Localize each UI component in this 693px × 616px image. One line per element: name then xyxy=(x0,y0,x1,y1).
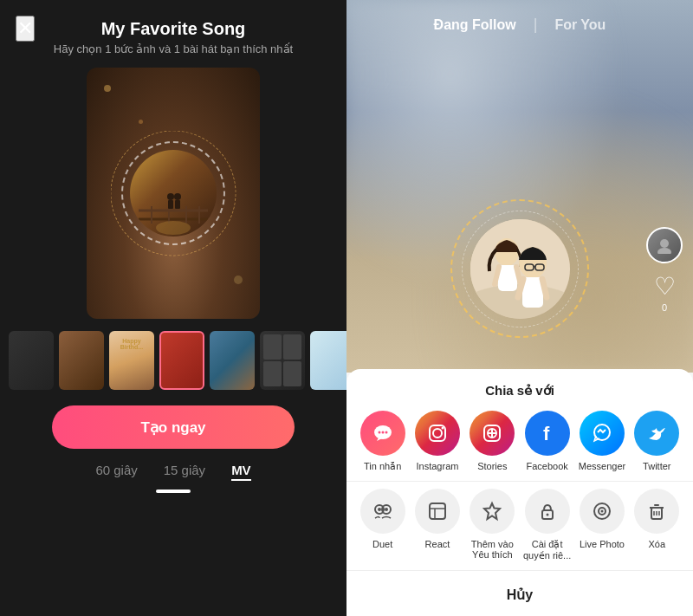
svg-line-20 xyxy=(542,279,547,297)
bokeh-1 xyxy=(104,85,111,92)
svg-point-41 xyxy=(378,508,381,511)
bottom-indicator xyxy=(156,490,191,493)
nav-divider: | xyxy=(534,16,538,34)
couple-photo xyxy=(470,219,570,319)
nav-tab-for-you[interactable]: For You xyxy=(554,17,606,33)
svg-point-29 xyxy=(381,431,384,434)
thumb-5-cell-1 xyxy=(263,334,282,360)
main-image-container xyxy=(87,68,260,319)
svg-point-10 xyxy=(156,221,191,235)
video-content xyxy=(450,199,589,338)
share-item-privacy[interactable]: Cài đặtquyền riê... xyxy=(523,489,572,561)
share-item-live-photo[interactable]: Live Photo xyxy=(578,489,626,561)
duet-svg xyxy=(372,500,394,522)
stories-label: Stories xyxy=(477,461,507,471)
center-photo xyxy=(130,150,217,237)
heart-count: 0 xyxy=(662,302,667,313)
couple-illustration xyxy=(470,219,570,319)
thumb-2[interactable]: HappyBirthd... xyxy=(109,331,154,390)
svg-point-28 xyxy=(378,431,380,434)
favorite-icon xyxy=(470,489,515,534)
duration-tab-60[interactable]: 60 giây xyxy=(95,463,137,481)
share-item-delete[interactable]: Xóa xyxy=(632,489,681,561)
side-heart-button[interactable]: ♡ 0 xyxy=(649,272,680,303)
thumb-text-happy: HappyBirthd... xyxy=(109,338,154,350)
live-photo-svg xyxy=(591,500,613,522)
left-panel: ✕ My Favorite Song Hãy chọn 1 bức ảnh và… xyxy=(0,0,346,616)
react-svg xyxy=(426,500,449,522)
main-image-bg xyxy=(87,68,260,319)
instagram-svg xyxy=(425,421,450,445)
thumb-6[interactable] xyxy=(310,331,346,390)
close-button[interactable]: ✕ xyxy=(16,16,35,42)
trash-svg xyxy=(645,500,668,522)
share-item-stories[interactable]: Stories xyxy=(468,411,516,472)
center-photo-inner xyxy=(130,150,217,237)
svg-marker-47 xyxy=(484,503,500,519)
thumb-0[interactable] xyxy=(9,331,54,390)
right-panel: Đang Follow | For You xyxy=(346,0,693,616)
right-video-bg: Đang Follow | For You xyxy=(346,0,693,373)
stories-icon xyxy=(470,411,515,456)
react-label: React xyxy=(425,539,450,549)
tin-nhan-icon xyxy=(360,411,405,456)
thumb-4[interactable] xyxy=(210,331,255,390)
create-button[interactable]: Tạo ngay xyxy=(52,405,295,449)
live-photo-icon xyxy=(580,489,625,534)
svg-rect-7 xyxy=(168,200,173,209)
messenger-icon xyxy=(580,411,625,456)
share-item-messenger[interactable]: Messenger xyxy=(578,411,626,472)
favorite-label: Thêm vàoYêu thích xyxy=(471,539,514,560)
svg-point-6 xyxy=(167,193,174,200)
svg-point-8 xyxy=(174,193,181,200)
svg-point-49 xyxy=(546,514,548,516)
privacy-icon xyxy=(525,489,570,534)
svg-marker-27 xyxy=(377,438,384,441)
thumb-5[interactable] xyxy=(260,331,305,390)
bridge-silhouette xyxy=(139,159,208,237)
privacy-label: Cài đặtquyền riê... xyxy=(523,539,571,561)
duration-tab-mv[interactable]: MV xyxy=(231,463,251,481)
right-side-icons: ♡ 0 xyxy=(646,227,683,303)
lock-svg xyxy=(536,500,559,522)
video-vinyl-outer xyxy=(450,199,589,338)
left-subtitle: Hãy chọn 1 bức ảnh và 1 bài hát bạn thíc… xyxy=(54,42,293,55)
share-item-twitter[interactable]: Twitter xyxy=(632,411,681,472)
left-title: My Favorite Song xyxy=(101,19,246,39)
messenger-label: Messenger xyxy=(579,461,625,471)
react-icon xyxy=(415,489,460,534)
bokeh-3 xyxy=(234,276,243,284)
twitter-label: Twitter xyxy=(643,461,670,471)
duration-tabs: 60 giây 15 giây MV xyxy=(95,463,250,481)
share-row-1: Tin nhắn Instagram xyxy=(346,411,693,472)
svg-point-30 xyxy=(385,431,387,434)
instagram-label: Instagram xyxy=(417,461,459,471)
svg-rect-44 xyxy=(430,503,445,519)
facebook-icon: f xyxy=(525,411,570,456)
share-item-facebook[interactable]: f Facebook xyxy=(523,411,572,472)
share-item-favorite[interactable]: Thêm vàoYêu thích xyxy=(468,489,516,561)
share-item-tin-nhan[interactable]: Tin nhắn xyxy=(359,411,407,472)
cancel-button[interactable]: Hủy xyxy=(346,578,693,612)
svg-point-25 xyxy=(657,248,671,254)
bokeh-2 xyxy=(139,120,143,124)
share-item-react[interactable]: React xyxy=(413,489,462,561)
share-row-2: Duet React xyxy=(346,489,693,561)
thumb-3-selected[interactable] xyxy=(159,331,204,390)
stories-svg xyxy=(480,421,504,445)
thumb-1[interactable] xyxy=(59,331,104,390)
facebook-label: Facebook xyxy=(526,461,567,471)
thumbnail-strip: HappyBirthd... xyxy=(0,331,346,390)
thumb-5-cell-3 xyxy=(263,361,282,386)
svg-rect-9 xyxy=(175,200,180,209)
share-item-instagram[interactable]: Instagram xyxy=(413,411,462,472)
star-svg xyxy=(481,500,503,522)
share-title: Chia sẻ với xyxy=(346,383,693,399)
share-item-duet[interactable]: Duet xyxy=(359,489,407,561)
heart-icon: ♡ xyxy=(654,272,676,301)
tin-nhan-label: Tin nhắn xyxy=(364,461,401,472)
share-divider xyxy=(346,481,693,482)
duration-tab-15[interactable]: 15 giây xyxy=(164,463,205,481)
nav-tab-following[interactable]: Đang Follow xyxy=(434,17,516,33)
top-nav: Đang Follow | For You xyxy=(346,0,693,49)
